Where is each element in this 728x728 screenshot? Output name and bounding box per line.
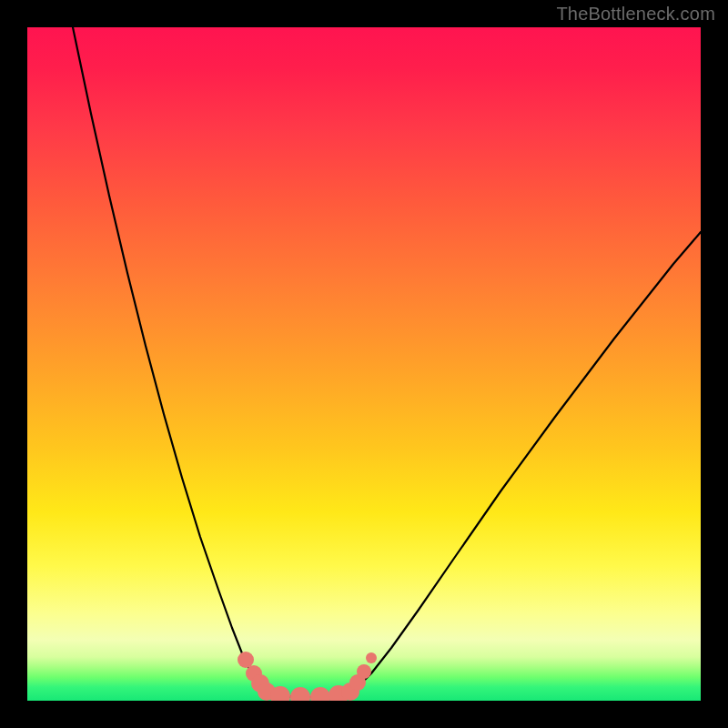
marker-dot [357,664,371,679]
curve-svg [27,27,701,701]
bottleneck-curve [73,27,701,697]
marker-dot [290,687,310,701]
plot-area [27,27,701,701]
marker-dot [310,687,330,701]
marker-dot [238,652,254,668]
highlight-markers [238,652,377,701]
watermark-text: TheBottleneck.com [556,4,715,25]
chart-frame: TheBottleneck.com [0,0,728,728]
marker-dot [366,652,377,663]
